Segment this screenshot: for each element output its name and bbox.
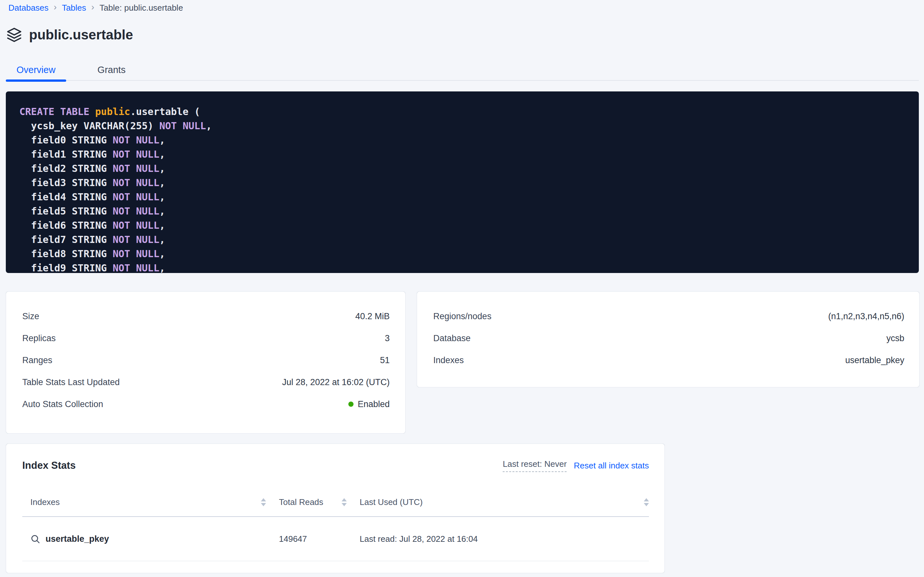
sql-text: , xyxy=(159,191,165,203)
summary-label: Auto Stats Collection xyxy=(22,399,103,409)
tab-grants-label: Grants xyxy=(98,64,125,75)
sql-text: field3 STRING xyxy=(19,177,112,189)
summary-row-indexes: Indexes usertable_pkey xyxy=(433,349,904,371)
chevron-right-icon: › xyxy=(92,3,94,13)
column-label: Last Used (UTC) xyxy=(360,497,423,507)
sql-text: , xyxy=(159,205,165,217)
sql-text: field4 STRING xyxy=(19,191,112,203)
breadcrumb-tables[interactable]: Tables xyxy=(62,3,86,13)
summary-label: Ranges xyxy=(22,355,52,365)
search-icon xyxy=(31,534,40,544)
sql-line: field7 STRING NOT NULL, xyxy=(19,233,909,247)
index-stats-header: Index Stats Last reset: Never Reset all … xyxy=(22,458,649,473)
sql-text: .usertable ( xyxy=(130,106,200,117)
create-table-sql-block: CREATE TABLE public.usertable ( ycsb_key… xyxy=(6,92,919,273)
sql-text: field9 STRING xyxy=(19,262,112,273)
summary-value: 40.2 MiB xyxy=(355,311,390,321)
sql-keyword: NOT NULL xyxy=(112,148,159,160)
last-used-value: Last read: Jul 28, 2022 at 16:04 xyxy=(360,534,478,544)
summary-value: 51 xyxy=(380,355,390,365)
summary-value: ycsb xyxy=(886,334,904,343)
table-details-page: { "breadcrumb": { "separator": "›", "ite… xyxy=(0,0,924,577)
last-used-cell: Last read: Jul 28, 2022 at 16:04 xyxy=(360,534,649,544)
sql-keyword: NOT NULL xyxy=(112,234,159,245)
sql-line: field2 STRING NOT NULL, xyxy=(19,161,909,176)
sql-line: field0 STRING NOT NULL, xyxy=(19,133,909,147)
sql-text: , xyxy=(159,148,165,160)
sql-schema-token: public xyxy=(95,106,130,117)
sql-line: field6 STRING NOT NULL, xyxy=(19,218,909,233)
sql-text: , xyxy=(159,177,165,189)
index-stats-actions: Last reset: Never Reset all index stats xyxy=(503,459,649,472)
sql-text: field0 STRING xyxy=(19,134,112,146)
sql-keyword: NOT NULL xyxy=(112,205,159,217)
summary-label: Size xyxy=(22,311,39,321)
sort-icon[interactable] xyxy=(261,498,266,506)
sql-text: field1 STRING xyxy=(19,148,112,160)
sql-keyword: NOT NULL xyxy=(112,134,159,146)
chevron-right-icon: › xyxy=(54,3,56,13)
reset-all-index-stats-link[interactable]: Reset all index stats xyxy=(574,461,649,471)
summary-value: (n1,n2,n3,n4,n5,n6) xyxy=(828,311,904,321)
status-enabled-dot-icon xyxy=(348,401,354,407)
sql-text: , xyxy=(159,220,165,231)
tab-bar: Overview Grants xyxy=(6,60,919,81)
sql-text: field2 STRING xyxy=(19,163,112,174)
tab-overview[interactable]: Overview xyxy=(6,60,66,80)
index-table-header: Indexes Total Reads Last Used (UTC) xyxy=(22,488,649,517)
sql-keyword: NOT NULL xyxy=(112,163,159,174)
sql-line: ycsb_key VARCHAR(255) NOT NULL, xyxy=(19,119,909,133)
total-reads-value: 149647 xyxy=(279,534,307,544)
column-label: Indexes xyxy=(31,497,60,507)
status-text: Enabled xyxy=(358,399,390,409)
index-name[interactable]: usertable_pkey xyxy=(45,534,109,544)
summary-value: usertable_pkey xyxy=(845,355,904,365)
index-stats-title: Index Stats xyxy=(22,460,76,471)
breadcrumb: Databases › Tables › Table: public.usert… xyxy=(8,3,183,13)
sort-icon[interactable] xyxy=(342,498,347,506)
summary-row-database: Database ycsb xyxy=(433,327,904,349)
sql-line: field5 STRING NOT NULL, xyxy=(19,204,909,218)
sql-keyword: NOT NULL xyxy=(112,220,159,231)
summary-row-size: Size 40.2 MiB xyxy=(22,305,390,327)
sql-keyword: CREATE TABLE xyxy=(19,106,95,117)
active-tab-underline xyxy=(6,79,66,82)
tab-overview-label: Overview xyxy=(16,64,56,75)
sql-keyword: NOT NULL xyxy=(112,177,159,189)
index-stats-card: Index Stats Last reset: Never Reset all … xyxy=(6,443,665,573)
sql-keyword: NOT NULL xyxy=(112,248,159,259)
column-label: Total Reads xyxy=(279,497,323,507)
sql-text: , xyxy=(159,134,165,146)
sql-text: , xyxy=(159,234,165,245)
sql-text: , xyxy=(159,163,165,174)
table-summary-card: Size 40.2 MiB Replicas 3 Ranges 51 Table… xyxy=(6,292,405,434)
sql-keyword: NOT NULL xyxy=(112,262,159,273)
column-header-total-reads[interactable]: Total Reads xyxy=(279,497,360,507)
index-table-row: usertable_pkey 149647 Last read: Jul 28,… xyxy=(22,517,649,561)
summary-row-replicas: Replicas 3 xyxy=(22,327,390,349)
sql-line: field1 STRING NOT NULL, xyxy=(19,147,909,161)
summary-row-auto-stats: Auto Stats Collection Enabled xyxy=(22,393,390,415)
breadcrumb-current: Table: public.usertable xyxy=(100,3,183,13)
summary-value: Jul 28, 2022 at 16:02 (UTC) xyxy=(282,377,390,387)
summary-label: Table Stats Last Updated xyxy=(22,377,120,387)
sql-line: field8 STRING NOT NULL, xyxy=(19,247,909,261)
summary-label: Regions/nodes xyxy=(433,311,492,321)
sql-text: , xyxy=(206,120,212,132)
sql-keyword: NOT NULL xyxy=(159,120,206,132)
breadcrumb-databases[interactable]: Databases xyxy=(8,3,48,13)
sql-text: , xyxy=(159,248,165,259)
database-summary-card: Regions/nodes (n1,n2,n3,n4,n5,n6) Databa… xyxy=(417,292,919,387)
total-reads-cell: 149647 xyxy=(279,534,360,544)
layers-icon xyxy=(6,27,22,43)
summary-label: Indexes xyxy=(433,355,464,365)
sql-line: field3 STRING NOT NULL, xyxy=(19,176,909,190)
column-header-indexes[interactable]: Indexes xyxy=(22,497,279,507)
summary-value: Enabled xyxy=(348,399,390,409)
sql-text: field8 STRING xyxy=(19,248,112,259)
sort-icon[interactable] xyxy=(644,498,649,506)
tab-grants[interactable]: Grants xyxy=(87,60,136,80)
column-header-last-used[interactable]: Last Used (UTC) xyxy=(360,497,649,507)
index-name-cell[interactable]: usertable_pkey xyxy=(22,534,279,544)
sql-line: field4 STRING NOT NULL, xyxy=(19,190,909,204)
